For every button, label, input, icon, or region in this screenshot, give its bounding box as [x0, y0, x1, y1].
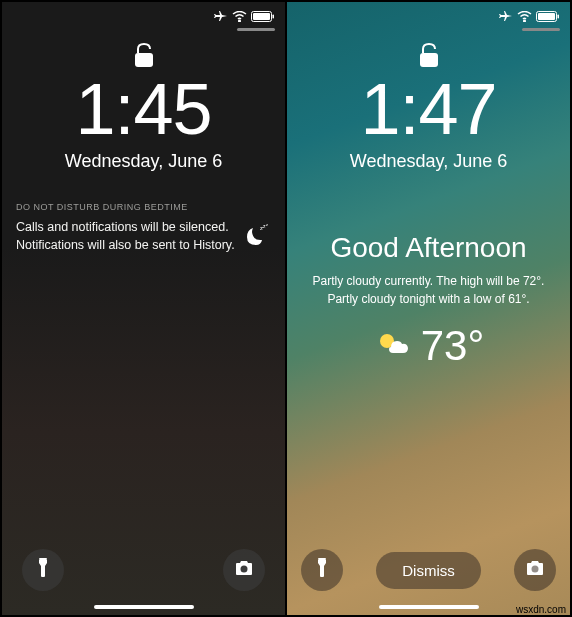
battery-icon: [251, 11, 275, 22]
date-text: Wednesday, June 6: [350, 151, 507, 172]
lock-screen-right: 1:47 Wednesday, June 6 Good Afternoon Pa…: [287, 2, 570, 615]
battery-icon: [536, 11, 560, 22]
svg-rect-16: [318, 558, 326, 560]
svg-point-10: [524, 20, 526, 22]
weather-greeting: Good Afternoon Partly cloudy currently. …: [287, 232, 570, 370]
comparison-container: 1:45 Wednesday, June 6 DO NOT DISTURB DU…: [0, 0, 572, 617]
time-date-stack: 1:47 Wednesday, June 6: [287, 31, 570, 172]
svg-rect-8: [39, 558, 47, 560]
wifi-icon: [232, 11, 247, 22]
time-text: 1:45: [75, 73, 211, 145]
camera-button[interactable]: [223, 549, 265, 591]
bedtime-description: Calls and notifications will be silenced…: [16, 219, 237, 254]
weather-summary: Partly cloudy currently. The high will b…: [307, 272, 550, 308]
svg-rect-12: [538, 13, 555, 20]
airplane-icon: [214, 10, 228, 22]
flashlight-icon: [313, 558, 331, 582]
lock-screen-left: 1:45 Wednesday, June 6 DO NOT DISTURB DU…: [2, 2, 287, 615]
time-date-stack: 1:45 Wednesday, June 6: [2, 31, 285, 172]
flashlight-button[interactable]: [22, 549, 64, 591]
bottom-action-bar: Dismiss: [287, 549, 570, 605]
svg-rect-2: [253, 13, 270, 20]
svg-point-17: [532, 566, 539, 573]
camera-icon: [234, 560, 254, 580]
home-indicator[interactable]: [379, 605, 479, 609]
home-indicator[interactable]: [94, 605, 194, 609]
bedtime-notice: DO NOT DISTURB DURING BEDTIME Calls and …: [2, 202, 285, 254]
svg-point-9: [241, 566, 248, 573]
wifi-icon: [517, 11, 532, 22]
bottom-action-bar: [2, 549, 285, 605]
time-text: 1:47: [360, 73, 496, 145]
svg-rect-14: [420, 53, 438, 67]
svg-rect-13: [558, 14, 560, 18]
airplane-icon: [499, 10, 513, 22]
moon-sleep-icon: zzz: [245, 222, 271, 252]
temperature-text: 73°: [421, 322, 485, 370]
greeting-title: Good Afternoon: [307, 232, 550, 264]
flashlight-icon: [34, 558, 52, 582]
svg-text:z: z: [266, 222, 268, 227]
svg-rect-4: [135, 53, 153, 67]
svg-rect-3: [273, 14, 275, 18]
status-bar: [2, 2, 285, 24]
date-text: Wednesday, June 6: [65, 151, 222, 172]
svg-point-0: [239, 20, 241, 22]
camera-button[interactable]: [514, 549, 556, 591]
flashlight-button[interactable]: [301, 549, 343, 591]
watermark-text: wsxdn.com: [516, 604, 566, 615]
dismiss-button[interactable]: Dismiss: [376, 552, 481, 589]
camera-icon: [525, 560, 545, 580]
bedtime-title: DO NOT DISTURB DURING BEDTIME: [16, 202, 271, 212]
status-bar: [287, 2, 570, 24]
partly-cloudy-icon: [373, 329, 413, 363]
